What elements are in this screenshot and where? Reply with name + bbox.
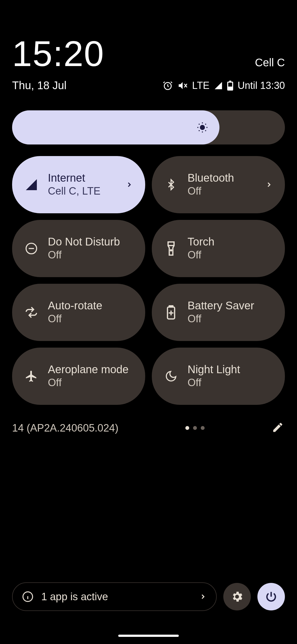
dnd-icon bbox=[24, 241, 38, 256]
page-dot bbox=[193, 426, 197, 430]
svg-point-7 bbox=[170, 250, 172, 251]
airplane-icon bbox=[24, 369, 38, 383]
status-icons: LTE Until 13:30 bbox=[163, 80, 285, 91]
gear-icon bbox=[230, 590, 244, 603]
info-icon bbox=[22, 591, 34, 602]
torch-icon bbox=[164, 241, 178, 256]
signal-icon bbox=[214, 81, 223, 90]
brightness-icon bbox=[196, 121, 208, 133]
bluetooth-icon bbox=[164, 178, 178, 192]
moon-icon bbox=[164, 369, 178, 383]
tile-subtitle: Off bbox=[188, 376, 273, 389]
footer-row: 14 (AP2A.240605.024) bbox=[12, 421, 285, 435]
page-dot bbox=[201, 426, 205, 430]
svg-rect-6 bbox=[168, 242, 174, 245]
network-type-label: LTE bbox=[192, 80, 210, 91]
page-indicator[interactable] bbox=[119, 426, 272, 430]
nav-handle[interactable] bbox=[118, 635, 179, 637]
chevron-right-icon bbox=[199, 593, 207, 601]
tile-title: Aeroplane mode bbox=[48, 363, 133, 376]
tile-battery-saver[interactable]: Battery Saver Off bbox=[152, 284, 285, 341]
active-apps-button[interactable]: 1 app is active bbox=[12, 582, 217, 611]
autorotate-icon bbox=[24, 305, 38, 320]
tile-subtitle: Off bbox=[188, 184, 265, 198]
tile-internet[interactable]: Internet Cell C, LTE bbox=[12, 156, 145, 213]
tile-subtitle: Off bbox=[188, 248, 273, 262]
svg-rect-9 bbox=[169, 305, 173, 307]
tile-subtitle: Off bbox=[48, 312, 133, 326]
mute-icon bbox=[177, 80, 188, 91]
svg-rect-3 bbox=[228, 83, 232, 86]
battery-icon bbox=[227, 81, 233, 91]
edit-tiles-button[interactable] bbox=[272, 421, 285, 435]
tile-title: Torch bbox=[188, 235, 273, 248]
tile-title: Auto-rotate bbox=[48, 299, 133, 312]
power-icon bbox=[265, 590, 277, 603]
clock-time[interactable]: 15:20 bbox=[12, 36, 104, 72]
svg-point-4 bbox=[200, 125, 205, 130]
tile-torch[interactable]: Torch Off bbox=[152, 220, 285, 277]
header: 15:20 Cell C Thu, 18 Jul LTE Until 13:3 bbox=[12, 0, 285, 92]
tile-subtitle: Off bbox=[48, 248, 133, 262]
tile-subtitle: Off bbox=[48, 376, 133, 389]
carrier-label: Cell C bbox=[255, 56, 285, 72]
tile-airplane[interactable]: Aeroplane mode Off bbox=[12, 348, 145, 405]
svg-rect-2 bbox=[229, 81, 231, 82]
tile-subtitle: Off bbox=[188, 312, 273, 326]
tile-title: Bluetooth bbox=[188, 171, 265, 184]
power-button[interactable] bbox=[257, 583, 285, 610]
tile-title: Internet bbox=[48, 171, 125, 184]
active-apps-label: 1 app is active bbox=[41, 591, 191, 603]
alarm-icon bbox=[163, 80, 173, 91]
battery-until-label: Until 13:30 bbox=[238, 80, 285, 91]
settings-button[interactable] bbox=[223, 583, 251, 610]
tile-title: Battery Saver bbox=[188, 299, 273, 312]
brightness-fill bbox=[12, 110, 219, 144]
quick-settings-tiles: Internet Cell C, LTE Bluetooth Off bbox=[12, 156, 285, 405]
tile-autorotate[interactable]: Auto-rotate Off bbox=[12, 284, 145, 341]
chevron-right-icon[interactable] bbox=[125, 181, 133, 189]
tile-title: Do Not Disturb bbox=[48, 235, 133, 248]
tile-subtitle: Cell C, LTE bbox=[48, 184, 125, 198]
tile-night-light[interactable]: Night Light Off bbox=[152, 348, 285, 405]
tile-title: Night Light bbox=[188, 363, 273, 376]
brightness-slider[interactable] bbox=[12, 110, 285, 144]
tile-bluetooth[interactable]: Bluetooth Off bbox=[152, 156, 285, 213]
clock-date[interactable]: Thu, 18 Jul bbox=[12, 79, 67, 92]
tile-dnd[interactable]: Do Not Disturb Off bbox=[12, 220, 145, 277]
battery-plus-icon bbox=[164, 305, 178, 320]
chevron-right-icon[interactable] bbox=[265, 181, 273, 189]
page-dot bbox=[185, 426, 189, 430]
build-label: 14 (AP2A.240605.024) bbox=[12, 422, 119, 434]
signal-icon bbox=[24, 178, 38, 192]
bottom-bar: 1 app is active bbox=[12, 582, 285, 611]
